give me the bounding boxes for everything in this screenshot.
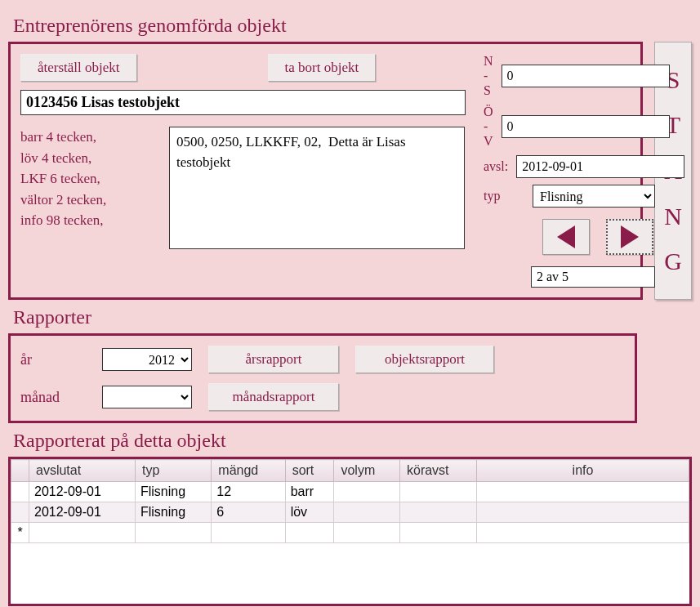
table-row[interactable]: 2012-09-01 Flisning 6 löv [11, 502, 689, 523]
table-row[interactable]: 2012-09-01 Flisning 12 barr [11, 482, 689, 502]
object-description-field[interactable]: 0500, 0250, LLKKFF, 02, Detta är Lisas t… [169, 127, 465, 249]
triangle-right-icon [621, 225, 639, 248]
reports-title: Rapporter [13, 306, 692, 328]
ns-label: N - S [484, 54, 493, 98]
ns-input[interactable] [502, 65, 670, 87]
table-new-row[interactable]: * [11, 523, 689, 543]
col-avslutat[interactable]: avslutat [29, 460, 136, 482]
year-select[interactable]: 2012 [102, 348, 192, 371]
hint-line: vältor 2 tecken, [20, 190, 159, 211]
object-title-field[interactable]: 0123456 Lisas testobjekt [20, 90, 466, 115]
table-blank-area [11, 543, 689, 604]
object-report-button[interactable]: objektsrapport [355, 346, 494, 373]
typ-label: typ [484, 189, 524, 203]
triangle-left-icon [557, 225, 575, 248]
col-volym[interactable]: volym [334, 460, 400, 482]
col-typ[interactable]: typ [135, 460, 211, 482]
completed-objects-title: Entreprenörens genomförda objekt [13, 15, 692, 37]
year-label: år [20, 351, 86, 368]
cell-avslutat[interactable]: 2012-09-01 [29, 482, 136, 502]
completed-objects-panel: återställ objekt ta bort objekt 0123456 … [8, 42, 643, 300]
close-char: N [664, 202, 682, 231]
cell-info[interactable] [477, 502, 689, 523]
row-selector[interactable] [11, 482, 29, 502]
ov-label: Ö - V [484, 105, 493, 149]
month-label: månad [20, 389, 86, 406]
row-selector[interactable] [11, 502, 29, 523]
avsl-input[interactable] [516, 155, 684, 178]
delete-object-button[interactable]: ta bort objekt [268, 54, 377, 82]
cell-mangd[interactable]: 6 [212, 502, 285, 523]
cell-koravst[interactable] [399, 482, 476, 502]
restore-object-button[interactable]: återställ objekt [20, 54, 137, 82]
hint-line: LKF 6 tecken, [20, 168, 159, 190]
reported-on-object-title: Rapporterat på detta objekt [13, 430, 692, 452]
cell-typ[interactable]: Flisning [135, 502, 211, 523]
reports-panel: år 2012 årsrapport objektsrapport månad … [8, 333, 637, 423]
row-selector-header[interactable] [11, 460, 29, 482]
col-koravst[interactable]: köravst [399, 460, 476, 482]
cell-volym[interactable] [334, 502, 400, 523]
cell-koravst[interactable] [399, 502, 476, 523]
cell-typ[interactable]: Flisning [135, 482, 211, 502]
hint-line: info 98 tecken, [20, 210, 159, 231]
hint-line: löv 4 tecken, [20, 148, 159, 169]
new-row-marker[interactable]: * [11, 523, 29, 543]
month-report-button[interactable]: månadsrapport [208, 383, 339, 411]
cell-info[interactable] [477, 482, 689, 502]
reported-table-panel: avslutat typ mängd sort volym köravst in… [8, 457, 692, 606]
reported-table[interactable]: avslutat typ mängd sort volym köravst in… [11, 459, 689, 604]
year-report-button[interactable]: årsrapport [208, 346, 339, 373]
cell-mangd[interactable]: 12 [212, 482, 285, 502]
ov-input[interactable] [502, 115, 670, 138]
prev-button[interactable] [542, 219, 590, 255]
pager-status: 2 av 5 [531, 266, 655, 288]
hint-line: barr 4 tecken, [20, 127, 159, 148]
col-sort[interactable]: sort [285, 460, 334, 482]
month-select[interactable] [102, 386, 192, 408]
cell-avslutat[interactable]: 2012-09-01 [29, 502, 136, 523]
col-mangd[interactable]: mängd [212, 460, 285, 482]
next-button[interactable] [606, 219, 653, 255]
cell-sort[interactable]: barr [285, 482, 334, 502]
cell-sort[interactable]: löv [285, 502, 334, 523]
avsl-label: avsl: [484, 159, 508, 174]
cell-volym[interactable] [334, 482, 400, 502]
object-meta-column: N - S Ö - V avsl: typ Flisning [484, 54, 655, 288]
field-hints: barr 4 tecken, löv 4 tecken, LKF 6 tecke… [20, 127, 159, 231]
col-info[interactable]: info [477, 460, 689, 482]
close-char: G [664, 247, 682, 276]
typ-select[interactable]: Flisning [533, 185, 655, 208]
